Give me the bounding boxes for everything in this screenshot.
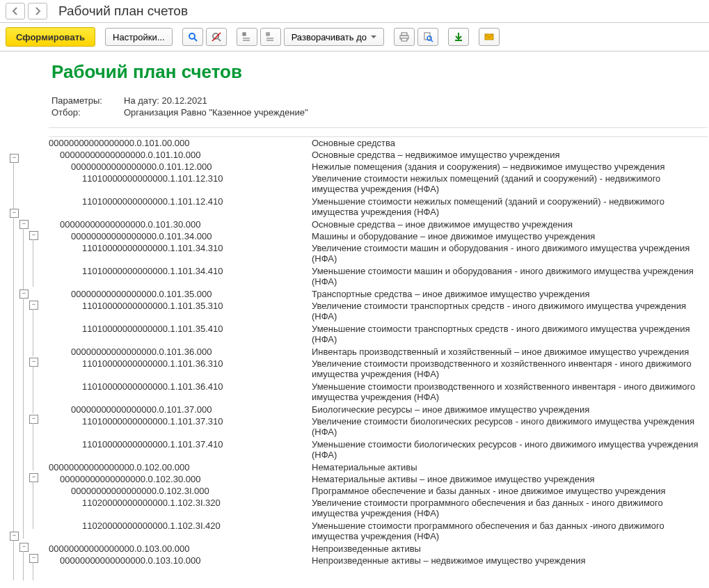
account-code: 00000000000000000.0.103.00.000 xyxy=(49,543,312,555)
table-row[interactable]: 00000000000000000.0.101.12.000Нежилые по… xyxy=(49,161,708,173)
table-row[interactable]: 00000000000000000.0.101.37.000Биологичес… xyxy=(49,404,708,415)
generate-button[interactable]: Сформировать xyxy=(6,27,95,47)
report-params: Параметры: На дату: 20.12.2021 Отбор: Ор… xyxy=(51,95,708,118)
collapse-all-button[interactable] xyxy=(260,28,281,46)
account-description: Уменьшение стоимости программного обеспе… xyxy=(312,521,708,543)
account-code: 00000000000000000.0.101.00.000 xyxy=(49,138,312,149)
account-code: 11020000000000000.1.102.3I.320 xyxy=(49,498,312,520)
table-row[interactable]: 00000000000000000.0.101.30.000Основные с… xyxy=(49,218,708,230)
outline-toggle[interactable]: − xyxy=(19,220,29,229)
table-row[interactable]: 11010000000000000.1.101.35.410Уменьшение… xyxy=(49,323,708,346)
expand-all-button[interactable] xyxy=(237,28,257,46)
settings-button[interactable]: Настройки... xyxy=(105,28,173,46)
table-row[interactable]: 00000000000000000.0.101.10.000Основные с… xyxy=(49,149,708,161)
svg-line-3 xyxy=(218,38,221,41)
table-row[interactable]: 00000000000000000.0.101.00.000Основные с… xyxy=(49,137,708,149)
outline-toggle[interactable]: − xyxy=(29,473,38,482)
table-row[interactable]: 00000000000000000.0.102.30.000Нематериал… xyxy=(49,473,708,485)
account-description: Увеличение стоимости биологических ресур… xyxy=(312,416,708,438)
account-description: Увеличение стоимости транспортных средст… xyxy=(312,301,708,323)
outline-toggle[interactable]: − xyxy=(29,231,38,240)
filter-label: Отбор: xyxy=(51,107,124,118)
table-row[interactable]: 00000000000000000.0.103.00.000Непроизвед… xyxy=(49,543,708,555)
table-row[interactable]: 11010000000000000.1.101.37.410Уменьшение… xyxy=(49,438,708,461)
outline-toggle[interactable]: − xyxy=(29,554,38,563)
outline-line xyxy=(33,309,33,356)
account-description: Основные средства – иное движимое имущес… xyxy=(312,219,708,230)
account-description: Уменьшение стоимости биологических ресур… xyxy=(312,439,708,461)
outline-line xyxy=(33,239,33,287)
table-row[interactable]: 00000000000000000.0.102.00.000Нематериал… xyxy=(49,461,708,473)
outline-line xyxy=(23,298,24,539)
table-row[interactable]: 00000000000000000.0.103.10.000Непроизвед… xyxy=(49,555,708,566)
account-description: Основные средства – недвижимое имущество… xyxy=(312,150,708,161)
account-description: Транспортные средства – иное движимое им… xyxy=(312,289,708,300)
outline-gutter: −−−−−−−−−−−−−− xyxy=(0,51,40,580)
email-button[interactable] xyxy=(479,28,500,46)
table-row[interactable]: 00000000000000000.0.101.35.000Транспортн… xyxy=(49,288,708,300)
account-description: Нематериальные активы – иное движимое им… xyxy=(312,474,708,485)
table-row[interactable]: 11020000000000000.1.102.3I.420Уменьшение… xyxy=(49,520,708,543)
outline-line xyxy=(13,217,14,539)
report-title: Рабочий план счетов xyxy=(51,61,708,83)
account-code: 11010000000000000.1.101.36.310 xyxy=(49,358,312,381)
outline-line xyxy=(33,562,33,580)
outline-toggle[interactable]: − xyxy=(10,154,19,163)
table-row[interactable]: 11020000000000000.1.102.3I.320Увеличение… xyxy=(49,497,708,520)
table-row[interactable]: 11010000000000000.1.101.37.310Увеличение… xyxy=(49,415,708,438)
outline-toggle[interactable]: − xyxy=(29,415,38,424)
account-code: 11010000000000000.1.101.35.410 xyxy=(49,324,312,346)
account-description: Нежилые помещения (здания и сооружения) … xyxy=(312,161,708,173)
table-row[interactable]: 11010000000000000.1.101.12.310Увеличение… xyxy=(49,173,708,196)
filter-value: Организация Равно "Казенное учреждение" xyxy=(124,107,308,118)
table-row[interactable]: 00000000000000000.0.101.34.000Машины и о… xyxy=(49,230,708,242)
account-code: 00000000000000000.0.102.3I.000 xyxy=(49,486,312,497)
account-description: Увеличение стоимости программного обеспе… xyxy=(312,498,708,520)
page-title: Рабочий план счетов xyxy=(58,3,188,19)
account-code: 00000000000000000.0.101.12.000 xyxy=(49,161,312,173)
outline-line xyxy=(23,551,24,580)
accounts-table: 00000000000000000.0.101.00.000Основные с… xyxy=(49,137,708,566)
outline-line xyxy=(33,366,33,413)
back-button[interactable] xyxy=(6,3,25,19)
print-button[interactable] xyxy=(394,28,415,46)
svg-rect-14 xyxy=(401,33,407,35)
table-row[interactable]: 11010000000000000.1.101.36.410Уменьшение… xyxy=(49,381,708,404)
outline-toggle[interactable]: − xyxy=(19,543,29,552)
account-description: Непроизведенные активы – недвижимое имущ… xyxy=(312,555,708,566)
account-description: Увеличение стоимости машин и оборудовани… xyxy=(312,243,708,265)
table-row[interactable]: 00000000000000000.0.102.3I.000Программно… xyxy=(49,485,708,497)
title-bar: Рабочий план счетов xyxy=(0,0,709,23)
report-area: −−−−−−−−−−−−−− Рабочий план счетов Парам… xyxy=(0,51,709,580)
forward-button[interactable] xyxy=(28,3,47,19)
account-code: 11020000000000000.1.102.3I.420 xyxy=(49,521,312,543)
outline-toggle[interactable]: − xyxy=(29,301,38,310)
outline-toggle[interactable]: − xyxy=(19,289,29,299)
table-row[interactable]: 11010000000000000.1.101.36.310Увеличение… xyxy=(49,358,708,381)
save-button[interactable] xyxy=(448,28,469,46)
table-row[interactable]: 11010000000000000.1.101.12.410Уменьшение… xyxy=(49,196,708,218)
expand-to-dropdown[interactable]: Разворачивать до xyxy=(284,28,384,46)
account-description: Инвентарь производственный и хозяйственн… xyxy=(312,347,708,358)
outline-toggle[interactable]: − xyxy=(10,532,19,541)
account-code: 11010000000000000.1.101.36.410 xyxy=(49,381,312,404)
report-body: Рабочий план счетов Параметры: На дату: … xyxy=(40,51,709,580)
find-button[interactable] xyxy=(182,28,203,46)
account-code: 00000000000000000.0.101.35.000 xyxy=(49,289,312,300)
table-row[interactable]: 11010000000000000.1.101.34.410Уменьшение… xyxy=(49,265,708,288)
outline-toggle[interactable]: − xyxy=(29,358,38,367)
svg-rect-16 xyxy=(401,38,407,41)
table-row[interactable]: 11010000000000000.1.101.35.310Увеличение… xyxy=(49,300,708,323)
account-description: Непроизведенные активы xyxy=(312,543,708,555)
outline-toggle[interactable]: − xyxy=(10,209,19,218)
account-description: Машины и оборудование – иное движимое им… xyxy=(312,231,708,242)
find-cancel-button[interactable] xyxy=(206,28,227,46)
account-code: 11010000000000000.1.101.34.410 xyxy=(49,266,312,288)
account-code: 00000000000000000.0.101.30.000 xyxy=(49,219,312,230)
account-code: 11010000000000000.1.101.12.310 xyxy=(49,173,312,196)
table-row[interactable]: 00000000000000000.0.101.36.000Инвентарь … xyxy=(49,346,708,358)
account-code: 11010000000000000.1.101.37.410 xyxy=(49,439,312,461)
account-code: 00000000000000000.0.102.30.000 xyxy=(49,474,312,485)
preview-button[interactable] xyxy=(417,28,438,46)
table-row[interactable]: 11010000000000000.1.101.34.310Увеличение… xyxy=(49,242,708,265)
